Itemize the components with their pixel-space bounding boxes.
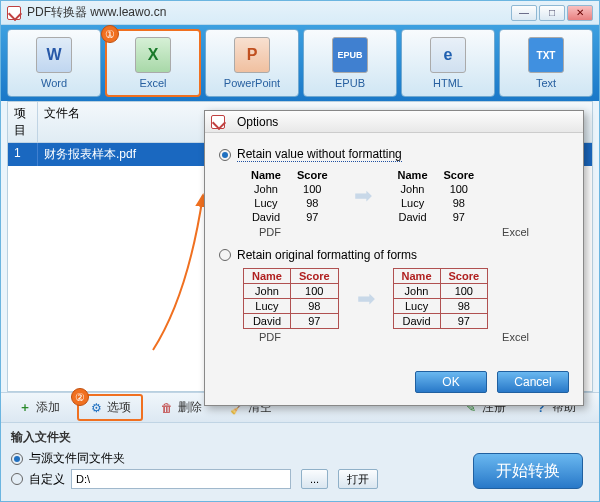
arrow-right-icon: ➡: [354, 183, 372, 209]
footer-title: 输入文件夹: [11, 429, 589, 446]
format-label: EPUB: [335, 77, 365, 89]
format-label: PowerPoint: [224, 77, 280, 89]
maximize-button[interactable]: □: [539, 5, 565, 21]
app-icon: [7, 6, 21, 20]
preview-label-pdf: PDF: [259, 331, 281, 343]
output-path-input[interactable]: [71, 469, 291, 489]
preview-label-excel: Excel: [502, 331, 529, 343]
btn-label: 删除: [178, 399, 202, 416]
open-button[interactable]: 打开: [338, 469, 378, 489]
app-icon: [211, 115, 225, 129]
format-toolbar: W Word ① X Excel P PowerPoint EPUB EPUB …: [1, 25, 599, 101]
row-index: 1: [8, 143, 38, 166]
format-html[interactable]: e HTML: [401, 29, 495, 97]
titlebar: PDF转换器 www.leawo.cn — □ ✕: [1, 1, 599, 25]
html-icon: e: [430, 37, 466, 73]
gear-icon: ⚙: [89, 401, 103, 415]
btn-label: 选项: [107, 399, 131, 416]
options-button[interactable]: ② ⚙ 选项: [77, 394, 143, 421]
preview-pdf-table: NameScore John100 Lucy98 David97: [243, 168, 336, 224]
dialog-title: Options: [237, 115, 278, 129]
radio-label: 与源文件同文件夹: [29, 450, 125, 467]
powerpoint-icon: P: [234, 37, 270, 73]
add-button[interactable]: ＋ 添加: [7, 395, 71, 420]
option-label: Retain value without formatting: [237, 147, 402, 162]
radio-retain-formatting[interactable]: [219, 249, 231, 261]
radio-label: 自定义: [29, 471, 65, 488]
preview-bordered: NameScore John100 Lucy98 David97 ➡ NameS…: [243, 268, 569, 329]
start-convert-button[interactable]: 开始转换: [473, 453, 583, 489]
format-word[interactable]: W Word: [7, 29, 101, 97]
callout-badge-2: ②: [71, 388, 89, 406]
close-button[interactable]: ✕: [567, 5, 593, 21]
col-index: 项目: [8, 102, 38, 142]
radio-retain-value[interactable]: [219, 149, 231, 161]
format-epub[interactable]: EPUB EPUB: [303, 29, 397, 97]
format-label: Excel: [140, 77, 167, 89]
preview-pdf-table: NameScore John100 Lucy98 David97: [243, 268, 339, 329]
dialog-titlebar: Options: [205, 111, 583, 133]
btn-label: 添加: [36, 399, 60, 416]
arrow-right-icon: ➡: [357, 286, 375, 312]
ok-button[interactable]: OK: [415, 371, 487, 393]
option-label: Retain original formatting of forms: [237, 248, 417, 262]
word-icon: W: [36, 37, 72, 73]
minimize-button[interactable]: —: [511, 5, 537, 21]
callout-badge-1: ①: [101, 25, 119, 43]
text-icon: TXT: [528, 37, 564, 73]
format-label: Text: [536, 77, 556, 89]
format-powerpoint[interactable]: P PowerPoint: [205, 29, 299, 97]
excel-icon: X: [135, 37, 171, 73]
preview-excel-table: NameScore John100 Lucy98 David97: [390, 168, 483, 224]
preview-label-pdf: PDF: [259, 226, 281, 238]
plus-icon: ＋: [18, 401, 32, 415]
browse-button[interactable]: ...: [301, 469, 328, 489]
format-excel[interactable]: ① X Excel: [105, 29, 201, 97]
preview-excel-table: NameScore John100 Lucy98 David97: [393, 268, 489, 329]
trash-icon: 🗑: [160, 401, 174, 415]
format-label: HTML: [433, 77, 463, 89]
epub-icon: EPUB: [332, 37, 368, 73]
radio-custom-folder[interactable]: [11, 473, 23, 485]
format-label: Word: [41, 77, 67, 89]
radio-same-folder[interactable]: [11, 453, 23, 465]
window-title: PDF转换器 www.leawo.cn: [27, 4, 166, 21]
format-text[interactable]: TXT Text: [499, 29, 593, 97]
footer: 输入文件夹 与源文件同文件夹 自定义 ... 打开 开始转换: [1, 422, 599, 501]
preview-plain: NameScore John100 Lucy98 David97 ➡ NameS…: [243, 168, 569, 224]
cancel-button[interactable]: Cancel: [497, 371, 569, 393]
options-dialog: Options Retain value without formatting …: [204, 110, 584, 406]
preview-label-excel: Excel: [502, 226, 529, 238]
